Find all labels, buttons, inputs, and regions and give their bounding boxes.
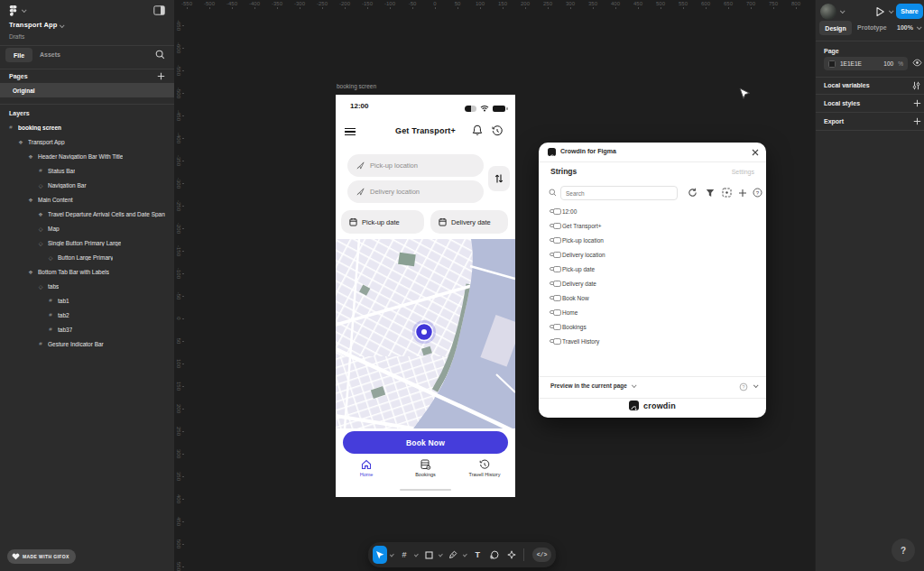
move-tool-chevron[interactable] — [390, 553, 394, 557]
frame-title-label[interactable]: booking screen — [337, 83, 376, 89]
search-icon[interactable] — [155, 50, 165, 60]
layer-transport-app[interactable]: ❖Transport App — [0, 134, 174, 149]
actions-tool[interactable] — [504, 546, 519, 564]
user-avatar[interactable] — [820, 4, 836, 20]
refresh-icon[interactable] — [688, 188, 698, 198]
pickup-date-button[interactable]: Pick-up date — [341, 210, 424, 234]
add-icon[interactable] — [738, 189, 747, 198]
filter-icon[interactable] — [706, 189, 715, 198]
pen-tool-chevron[interactable] — [463, 553, 467, 557]
comment-tool[interactable] — [487, 546, 502, 564]
tab-assets[interactable]: Assets — [40, 51, 60, 58]
string-item[interactable]: Bookings — [539, 319, 766, 334]
layer-button-large-primary[interactable]: ◇Button Large Primary — [0, 250, 174, 264]
delivery-date-button[interactable]: Delivery date — [430, 210, 508, 234]
layer-main-content[interactable]: ❖Main Content — [0, 192, 174, 207]
main-menu-chevron[interactable] — [22, 7, 27, 13]
layer-travel-departure-arrival-cells-and-date-span[interactable]: ❖Travel Departure Arrival Cells and Date… — [0, 207, 174, 221]
local-styles-section[interactable]: Local styles — [824, 100, 860, 106]
pen-tool[interactable] — [446, 546, 460, 564]
tab-travel-history[interactable]: Travell History — [456, 459, 513, 477]
canvas[interactable]: -550-500-450-400-350-300-250-200-150-100… — [174, 0, 815, 571]
string-item[interactable]: Delivery date — [539, 276, 766, 290]
frame-tool-chevron[interactable] — [414, 553, 419, 557]
ruler-horizontal: -550-500-450-400-350-300-250-200-150-100… — [174, 0, 815, 9]
color-swatch[interactable] — [828, 60, 836, 68]
crowdin-plugin-panel[interactable]: Crowdin for Figma Strings Settings ? 12:… — [539, 143, 766, 418]
layer-tab1[interactable]: #tab1 — [0, 293, 174, 308]
snapshot-icon[interactable] — [722, 188, 732, 198]
layer-tab2[interactable]: #tab2 — [0, 308, 174, 322]
layer-tab37[interactable]: #tab37 — [0, 322, 174, 336]
map[interactable] — [336, 239, 515, 428]
tab-file[interactable]: File — [5, 48, 32, 62]
help-button[interactable]: ? — [892, 539, 915, 562]
move-tool[interactable] — [373, 546, 387, 564]
text-tool[interactable]: T — [470, 546, 485, 564]
tab-bookings[interactable]: Bookings — [397, 459, 455, 477]
file-name-chevron[interactable] — [60, 23, 65, 28]
layer-single-button-primary-large[interactable]: ◇Single Button Primary Large — [0, 235, 174, 250]
layer-header-navigation-bar-with-title[interactable]: ❖Header Navigation Bar With Title — [0, 149, 174, 163]
instance-layer-icon: ◇ — [37, 182, 44, 189]
string-item[interactable]: Book Now — [539, 290, 766, 305]
add-page-icon[interactable] — [157, 72, 165, 80]
tab-travel-history-label: Travell History — [469, 472, 501, 477]
toggle-sidebar-icon[interactable] — [153, 5, 165, 15]
tab-design[interactable]: Design — [819, 21, 852, 35]
book-now-button[interactable]: Book Now — [343, 431, 508, 454]
local-variables-section[interactable]: Local variables — [824, 82, 870, 88]
avatar-chevron[interactable] — [840, 8, 845, 14]
help-circle-icon[interactable]: ? — [753, 188, 762, 198]
string-item[interactable]: Delivery location — [539, 247, 766, 262]
layer-booking-screen[interactable]: #booking screen — [0, 120, 174, 134]
variables-adjust-icon[interactable] — [912, 81, 920, 90]
collapse-chevron-icon[interactable] — [753, 382, 759, 388]
preview-toggle[interactable]: Preview in the current page — [550, 382, 635, 389]
info-circle-icon[interactable]: ? — [739, 382, 748, 391]
layer-tabs[interactable]: ◇tabs — [0, 279, 174, 293]
string-item[interactable]: 12:00 — [539, 204, 766, 218]
search-input[interactable] — [560, 186, 678, 200]
string-item[interactable]: Get Transport+ — [539, 218, 766, 233]
add-style-icon[interactable] — [913, 99, 921, 107]
delivery-location-input[interactable]: Delivery location — [347, 180, 484, 203]
close-icon[interactable] — [752, 149, 759, 156]
layer-navigation-bar[interactable]: ◇Navigation Bar — [0, 178, 174, 192]
present-play-icon[interactable] — [875, 6, 885, 17]
booking-screen-frame[interactable]: 12:00 Get Transport+ Pick-up location De… — [336, 95, 515, 497]
share-button[interactable]: Share — [896, 4, 923, 19]
settings-link[interactable]: Settings — [732, 169, 754, 175]
string-item[interactable]: Travell History — [539, 334, 766, 348]
file-name[interactable]: Transport App — [9, 21, 58, 29]
string-item[interactable]: Home — [539, 305, 766, 319]
layer-map[interactable]: ◇Map — [0, 221, 174, 235]
page-color-input[interactable]: 1E1E1E 100 % — [824, 57, 908, 70]
file-location[interactable]: Drafts — [9, 33, 24, 40]
add-export-icon[interactable] — [913, 117, 921, 125]
shape-tool-chevron[interactable] — [439, 553, 443, 557]
string-item[interactable]: Pick-up date — [539, 262, 766, 276]
figma-logo-icon[interactable] — [8, 5, 18, 17]
layer-bottom-tab-bar-with-labels[interactable]: ❖Bottom Tab Bar with Labels — [0, 264, 174, 279]
export-section[interactable]: Export — [824, 118, 844, 124]
history-icon[interactable] — [492, 125, 503, 136]
dev-mode-toggle[interactable]: </> — [532, 548, 551, 562]
visibility-eye-icon[interactable] — [912, 59, 922, 67]
pickup-location-input[interactable]: Pick-up location — [347, 154, 484, 177]
frame-tool[interactable]: # — [397, 546, 411, 564]
string-item[interactable]: Pick-up location — [539, 233, 766, 247]
tab-prototype[interactable]: Prototype — [857, 24, 887, 31]
notifications-bell-icon[interactable] — [472, 124, 483, 136]
layer-gesture-indicator-bar[interactable]: #Gesture Indicator Bar — [0, 336, 174, 351]
zoom-chevron[interactable] — [917, 24, 922, 30]
tab-home[interactable]: Home — [337, 459, 395, 477]
layer-status-bar[interactable]: #Status Bar — [0, 163, 174, 178]
zoom-level[interactable]: 100% — [897, 24, 913, 31]
page-item-original[interactable]: Original — [0, 83, 174, 97]
opacity-value[interactable]: 100 — [883, 60, 893, 67]
present-chevron[interactable] — [889, 8, 894, 14]
shape-tool[interactable] — [421, 546, 436, 564]
color-hex-value[interactable]: 1E1E1E — [840, 60, 862, 67]
swap-locations-button[interactable] — [488, 166, 510, 191]
